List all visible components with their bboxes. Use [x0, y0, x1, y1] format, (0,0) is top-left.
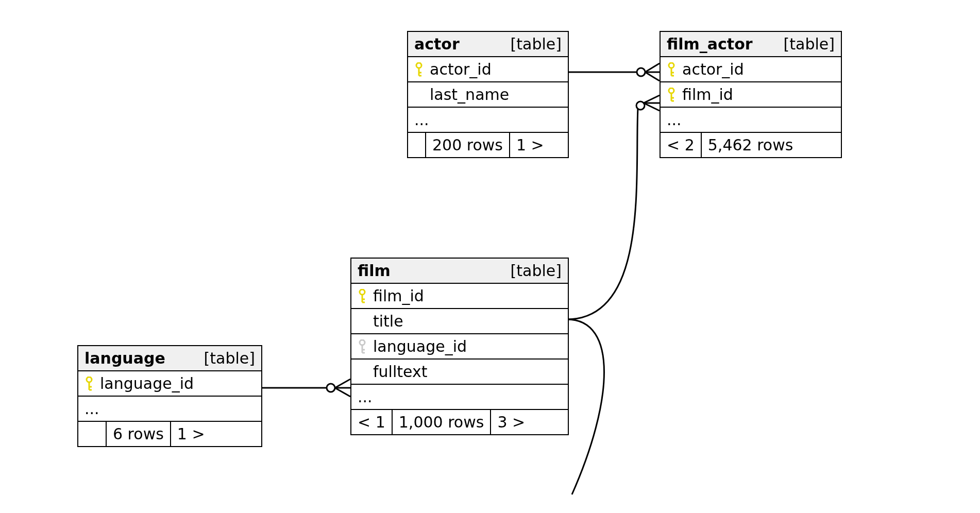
table-header: language [table] — [78, 346, 261, 371]
svg-point-30 — [360, 340, 365, 345]
primary-key-icon — [83, 376, 95, 391]
more-columns[interactable]: ... — [661, 108, 841, 133]
column-language-id[interactable]: language_id — [78, 371, 261, 397]
er-diagram-canvas: actor [table] actor_id last_name ... 200… — [0, 0, 980, 513]
column-film-id[interactable]: film_id — [351, 284, 568, 309]
incoming-count — [78, 422, 107, 446]
primary-key-icon — [666, 87, 677, 102]
column-last-name[interactable]: last_name — [408, 82, 568, 108]
table-name: actor — [414, 35, 460, 53]
row-count: 1,000 rows — [393, 410, 492, 434]
table-name: film — [358, 262, 391, 280]
column-language-id[interactable]: language_id — [351, 334, 568, 360]
key-icon-placeholder — [357, 314, 368, 329]
key-icon-placeholder — [413, 87, 425, 102]
primary-key-icon — [666, 62, 677, 77]
column-name: language_id — [100, 374, 194, 392]
primary-key-icon — [413, 62, 425, 77]
svg-point-22 — [669, 88, 674, 93]
svg-line-4 — [645, 72, 660, 81]
svg-point-10 — [327, 384, 335, 392]
svg-point-18 — [669, 63, 674, 68]
table-tag: [table] — [511, 35, 562, 53]
table-footer: < 2 5,462 rows — [661, 133, 841, 157]
more-columns[interactable]: ... — [78, 397, 261, 422]
table-language[interactable]: language [table] language_id ... 6 rows … — [77, 345, 262, 447]
outgoing-count: 1 > — [510, 133, 550, 157]
column-name: actor_id — [430, 60, 492, 78]
more-columns[interactable]: ... — [408, 108, 568, 133]
table-footer: 200 rows 1 > — [408, 133, 568, 157]
table-header: actor [table] — [408, 32, 568, 57]
svg-point-1 — [637, 68, 645, 76]
svg-point-14 — [416, 63, 421, 68]
table-tag: [table] — [204, 349, 255, 367]
svg-line-11 — [335, 379, 350, 388]
column-name: actor_id — [682, 60, 744, 78]
key-icon-placeholder — [357, 364, 368, 380]
table-header: film [table] — [351, 259, 568, 284]
table-header: film_actor [table] — [661, 32, 841, 57]
table-name: language — [85, 349, 165, 367]
column-name: film_id — [682, 86, 733, 104]
table-name: film_actor — [667, 35, 753, 53]
svg-line-8 — [644, 103, 660, 111]
table-actor[interactable]: actor [table] actor_id last_name ... 200… — [407, 31, 569, 158]
svg-point-5 — [636, 101, 645, 110]
svg-line-13 — [335, 388, 350, 397]
table-tag: [table] — [511, 262, 562, 280]
column-actor-id[interactable]: actor_id — [408, 57, 568, 82]
table-footer: < 1 1,000 rows 3 > — [351, 410, 568, 434]
svg-point-26 — [360, 289, 365, 295]
table-tag: [table] — [784, 35, 835, 53]
incoming-count — [408, 133, 426, 157]
column-film-id[interactable]: film_id — [661, 82, 841, 108]
foreign-key-icon — [357, 339, 368, 354]
outgoing-count: 1 > — [171, 422, 211, 446]
column-name: fulltext — [373, 363, 427, 381]
more-columns[interactable]: ... — [351, 385, 568, 410]
svg-line-2 — [645, 63, 660, 72]
column-name: last_name — [430, 86, 509, 104]
column-actor-id[interactable]: actor_id — [661, 57, 841, 82]
column-name: language_id — [373, 337, 467, 355]
table-film-actor[interactable]: film_actor [table] actor_id film_id ... … — [660, 31, 842, 158]
column-name: film_id — [373, 287, 424, 305]
table-film[interactable]: film [table] film_id title language_id f… — [350, 258, 569, 435]
column-name: title — [373, 312, 403, 330]
row-count: 5,462 rows — [702, 133, 800, 157]
primary-key-icon — [357, 288, 368, 304]
column-fulltext[interactable]: fulltext — [351, 360, 568, 385]
svg-line-6 — [644, 95, 660, 103]
column-title[interactable]: title — [351, 309, 568, 334]
incoming-count: < 1 — [351, 410, 393, 434]
row-count: 200 rows — [426, 133, 510, 157]
incoming-count: < 2 — [661, 133, 702, 157]
table-footer: 6 rows 1 > — [78, 422, 261, 446]
svg-point-34 — [87, 377, 92, 382]
outgoing-count: 3 > — [491, 410, 531, 434]
row-count: 6 rows — [107, 422, 171, 446]
